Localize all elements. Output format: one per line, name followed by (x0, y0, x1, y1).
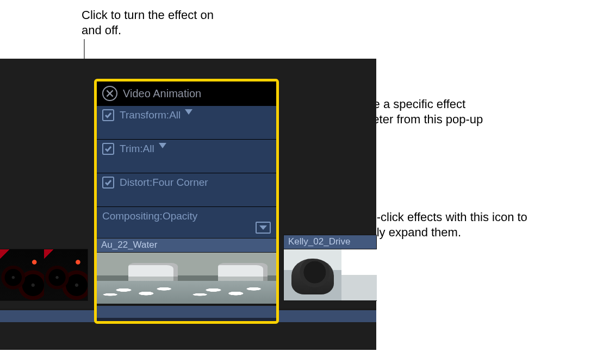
effect-parameter-popup[interactable] (159, 143, 166, 148)
clip-name-label: Au_22_Water (97, 238, 276, 252)
video-animation-header: Video Animation (97, 81, 276, 105)
audio-lane[interactable] (97, 304, 276, 318)
callout-text-toggle-effect: Click to turn the effect on and off. (82, 8, 223, 37)
close-icon[interactable] (102, 86, 117, 101)
timeline-clip[interactable]: Kelly_02_Drive (283, 235, 377, 301)
clip-thumbnail (0, 249, 44, 300)
clip-thumbnail (187, 253, 276, 304)
clip-thumbnail (284, 249, 377, 300)
effect-row-compositing[interactable]: Compositing:Opacity (97, 206, 276, 238)
timeline-clip[interactable] (0, 249, 88, 301)
svg-marker-2 (185, 109, 192, 115)
svg-marker-4 (259, 225, 267, 230)
panel-title: Video Animation (123, 87, 201, 100)
effect-row-trim[interactable]: Trim:All (97, 139, 276, 173)
effect-label: Distort:Four Corner (120, 177, 208, 189)
effect-label: Transform:All (120, 109, 181, 121)
video-animation-editor: Video Animation Transform:All Trim:All (94, 79, 279, 324)
effect-enable-checkbox[interactable] (102, 177, 114, 189)
effect-label: Trim:All (120, 143, 154, 155)
clip-name-label: Kelly_02_Drive (283, 235, 377, 249)
effect-parameter-popup[interactable] (185, 109, 192, 115)
clip-thumbnail (44, 249, 88, 300)
timeline-workspace: Au_22_Water Kelly_02_Drive Video Animati… (0, 59, 376, 350)
effect-row-transform[interactable]: Transform:All (97, 105, 276, 139)
svg-marker-3 (159, 143, 166, 148)
effect-enable-checkbox[interactable] (102, 109, 114, 121)
effect-label: Compositing:Opacity (102, 210, 197, 222)
expand-effect-icon[interactable] (256, 222, 271, 234)
clip-thumbnail (97, 253, 187, 304)
effect-enable-checkbox[interactable] (102, 143, 114, 155)
effect-row-distort[interactable]: Distort:Four Corner (97, 173, 276, 206)
